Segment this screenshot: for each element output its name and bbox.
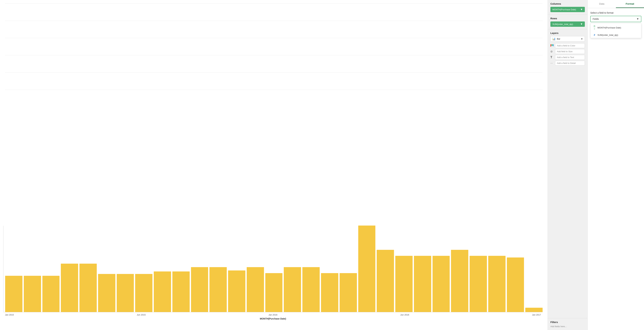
chart-bar-12 — [228, 270, 245, 312]
columns-field-pill[interactable]: MONTH(Purchase Date) ▼ — [550, 7, 585, 12]
text-field-input[interactable]: Add a field to Text — [555, 55, 585, 60]
size-field-row: ⊘ Add field to Size — [550, 49, 585, 54]
chart-bar-2 — [42, 276, 60, 312]
select-field-label: Select a field to format — [590, 12, 641, 14]
size-field-input[interactable]: Add field to Size — [555, 49, 585, 54]
chart-bar-4 — [80, 264, 97, 312]
x-axis-labels: Jan 2015 Jun 2015 Jan 2016 Jun 2016 Jan … — [3, 312, 542, 316]
chart-bar-25 — [470, 256, 487, 312]
sidebar: Columns MONTH(Purchase Date) ▼ Rows SUM(… — [548, 0, 588, 330]
chart-bar-8 — [154, 271, 171, 312]
layer-type-chevron: ▼ — [581, 38, 583, 40]
calendar-icon: 🗓= — [593, 25, 596, 30]
chart-bar-26 — [488, 256, 506, 312]
rows-section: Rows SUM(order_total_qty) ▼ — [548, 15, 588, 29]
fields-dropdown-menu: 🗓= MONTH(Purchase Date) # SUM(order_tota… — [590, 23, 641, 38]
x-label-jun2016: Jun 2016 — [400, 313, 409, 316]
x-label-jan2015: Jan 2015 — [5, 313, 14, 316]
chart-bar-0 — [5, 276, 22, 312]
gridline — [5, 21, 542, 21]
chart-gridlines — [5, 3, 542, 90]
rows-field-chevron: ▼ — [580, 23, 583, 26]
chart-area: Jan 2015 Jun 2015 Jan 2016 Jun 2016 Jan … — [0, 0, 548, 330]
size-icon: ⊘ — [550, 50, 555, 53]
chart-bar-5 — [98, 274, 115, 312]
chart-bar-9 — [172, 271, 190, 312]
bar-chart — [3, 226, 542, 312]
format-content: Select a field to format Fields ▼ 🗓= MON… — [588, 8, 644, 26]
tab-data[interactable]: Data — [588, 0, 616, 8]
chart-bar-14 — [265, 273, 282, 312]
columns-field-chevron: ▼ — [580, 8, 583, 11]
chart-bar-3 — [61, 264, 78, 312]
right-panel: Columns MONTH(Purchase Date) ▼ Rows SUM(… — [548, 0, 644, 330]
chart-bar-10 — [191, 267, 208, 312]
chart-bar-27 — [507, 257, 524, 312]
hash-icon: # — [593, 34, 596, 36]
rows-field-pill[interactable]: SUM(order_total_qty) ▼ — [550, 22, 585, 27]
dropdown-item-sum[interactable]: # SUM(order_total_qty) — [590, 32, 641, 38]
layers-section: Layers 📊 Bar ▼ Add a field to Color — [548, 29, 588, 318]
dropdown-item-sum-label: SUM(order_total_qty) — [598, 34, 618, 36]
x-label-jun2015: Jun 2015 — [137, 313, 146, 316]
fields-dropdown[interactable]: Fields ▼ — [590, 16, 641, 22]
columns-section: Columns MONTH(Purchase Date) ▼ — [548, 0, 588, 15]
gridline — [5, 72, 542, 73]
bar-chart-icon: 📊 — [552, 37, 556, 41]
layers-title: Layers — [550, 32, 585, 35]
x-label-jan2017: Jan 2017 — [532, 313, 541, 316]
chart-bar-6 — [117, 274, 134, 312]
chart-bar-23 — [432, 256, 450, 312]
chart-bar-17 — [321, 273, 338, 312]
rows-field-label: SUM(order_total_qty) — [552, 23, 573, 26]
chart-bar-21 — [395, 256, 412, 312]
chart-bar-11 — [210, 267, 227, 312]
text-icon: T — [550, 56, 555, 59]
filters-section: Filters Add fields here... — [548, 318, 588, 330]
detail-field-row: ⋯ Add a field to Detail — [550, 61, 585, 66]
gridline — [5, 55, 542, 55]
chart-bar-22 — [414, 256, 431, 312]
columns-field-label: MONTH(Purchase Date) — [552, 8, 576, 11]
x-label-jan2016: Jan 2016 — [268, 313, 278, 316]
chart-bar-7 — [135, 274, 152, 312]
columns-title: Columns — [550, 2, 585, 5]
dropdown-item-month[interactable]: 🗓= MONTH(Purchase Date) — [590, 23, 641, 32]
detail-icon: ⋯ — [550, 62, 555, 65]
dropdown-item-month-label: MONTH(Purchase Date) — [598, 27, 621, 29]
chart-bar-24 — [451, 250, 468, 312]
chart-bar-13 — [247, 267, 264, 312]
chart-x-axis-title: MONTH(Purchase Date) — [3, 317, 542, 320]
filters-placeholder[interactable]: Add fields here... — [550, 325, 585, 328]
text-field-row: T Add a field to Text — [550, 55, 585, 60]
chart-bar-28 — [525, 308, 542, 312]
rows-title: Rows — [550, 17, 585, 20]
chart-bar-15 — [284, 267, 301, 312]
layer-type-label: Bar — [557, 38, 581, 40]
chart-bar-1 — [24, 276, 41, 312]
format-tabs: Data Format — [588, 0, 644, 8]
format-panel: Data Format Select a field to format Fie… — [588, 0, 644, 330]
color-field-input[interactable]: Add a field to Color — [555, 43, 585, 48]
layer-type-selector[interactable]: 📊 Bar ▼ — [550, 36, 585, 42]
fields-dropdown-chevron: ▼ — [636, 18, 639, 21]
fields-dropdown-label: Fields — [593, 18, 599, 20]
gridline — [5, 3, 542, 4]
color-icon — [550, 44, 555, 47]
chart-bar-20 — [377, 250, 394, 312]
color-field-row: Add a field to Color — [550, 43, 585, 48]
gridline — [5, 90, 542, 90]
chart-bar-19 — [358, 225, 376, 312]
chart-bar-18 — [340, 273, 357, 312]
filters-title: Filters — [550, 321, 585, 323]
chart-bar-16 — [302, 267, 320, 312]
tab-format[interactable]: Format — [616, 0, 644, 8]
chart-inner: Jan 2015 Jun 2015 Jan 2016 Jun 2016 Jan … — [3, 3, 542, 316]
detail-field-input[interactable]: Add a field to Detail — [555, 61, 585, 66]
